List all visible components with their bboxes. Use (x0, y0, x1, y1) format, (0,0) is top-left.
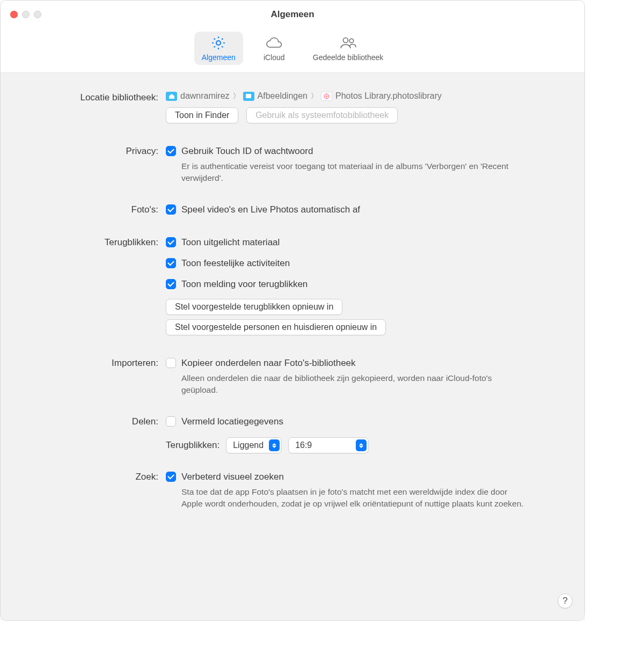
copy-to-library-label: Kopieer onderdelen naar Foto's-bibliothe… (181, 357, 356, 369)
chevron-right-icon: 〉 (233, 91, 240, 101)
import-subtext: Alleen onderdelen die naar de bibliothee… (181, 372, 525, 396)
tab-icloud[interactable]: iCloud (253, 32, 296, 65)
orientation-select[interactable]: Liggend (226, 437, 282, 453)
festive-checkbox[interactable] (166, 258, 176, 268)
tab-general[interactable]: Algemeen (194, 32, 243, 65)
library-location-row: Locatie bibliotheek: dawnramirez 〉 Afbee… (17, 91, 568, 128)
memories-format-label: Terugblikken: (166, 440, 219, 451)
search-row: Zoek: Verbeterd visueel zoeken Sta toe d… (17, 471, 568, 512)
toolbar: Algemeen iCloud Gedeelde bibliotheek (1, 28, 584, 73)
memories-notification-checkbox[interactable] (166, 279, 176, 289)
photos-library-icon (321, 92, 332, 101)
cloud-icon (265, 35, 284, 51)
search-subtext: Sta toe dat de app Foto's plaatsen in je… (181, 486, 525, 510)
content-area: Locatie bibliotheek: dawnramirez 〉 Afbee… (1, 73, 584, 620)
featured-content-label: Toon uitgelicht materiaal (181, 236, 280, 248)
aspect-ratio-value: 16:9 (295, 441, 356, 450)
gear-icon (210, 35, 226, 51)
svg-point-5 (325, 95, 327, 97)
chevron-right-icon: 〉 (311, 91, 318, 101)
enhanced-visual-search-checkbox[interactable] (166, 472, 176, 482)
reset-memories-button[interactable]: Stel voorgestelde terugblikken opnieuw i… (166, 299, 342, 315)
preferences-window: Algemeen Algemeen iCloud (0, 0, 585, 621)
import-row: Importeren: Kopieer onderdelen naar Foto… (17, 357, 568, 398)
use-as-system-library-button: Gebruik als systeemfotobibliotheek (246, 107, 398, 123)
photos-label: Foto's: (17, 203, 166, 215)
breadcrumb-segment[interactable]: Afbeeldingen (258, 91, 308, 101)
sharing-label: Delen: (17, 415, 166, 427)
include-location-checkbox[interactable] (166, 416, 176, 427)
tab-label: iCloud (264, 53, 285, 62)
show-in-finder-button[interactable]: Toon in Finder (166, 107, 238, 123)
search-label: Zoek: (17, 471, 166, 482)
privacy-row: Privacy: Gebruik Touch ID of wachtwoord … (17, 145, 568, 186)
privacy-touchid-checkbox[interactable] (166, 146, 176, 156)
people-icon (339, 35, 358, 51)
enhanced-visual-search-label: Verbeterd visueel zoeken (181, 471, 284, 483)
privacy-subtext: Er is authenticatie vereist voor toegang… (181, 160, 525, 184)
reset-people-pets-button[interactable]: Stel voorgestelde personen en huisdieren… (166, 319, 386, 335)
photos-row: Foto's: Speel video's en Live Photos aut… (17, 203, 568, 219)
pictures-folder-icon (243, 92, 254, 101)
stepper-icon (356, 439, 367, 451)
orientation-value: Liggend (233, 441, 269, 450)
import-label: Importeren: (17, 357, 166, 369)
svg-rect-3 (246, 94, 251, 98)
titlebar: Algemeen (1, 1, 584, 28)
copy-to-library-checkbox[interactable] (166, 358, 176, 368)
breadcrumb-segment[interactable]: dawnramirez (180, 91, 230, 101)
privacy-checkbox-label: Gebruik Touch ID of wachtwoord (181, 145, 313, 157)
svg-point-0 (216, 41, 221, 45)
aspect-ratio-select[interactable]: 16:9 (288, 437, 369, 453)
tab-label: Gedeelde bibliotheek (313, 53, 384, 62)
window-title: Algemeen (1, 9, 584, 20)
svg-point-2 (349, 39, 354, 43)
memories-row: Terugblikken: Toon uitgelicht materiaal … (17, 236, 568, 340)
library-path-breadcrumb: dawnramirez 〉 Afbeeldingen 〉 Photos Libr… (166, 91, 568, 101)
home-folder-icon (166, 92, 177, 101)
festive-label: Toon feestelijke activiteiten (181, 257, 290, 269)
breadcrumb-segment[interactable]: Photos Library.photoslibrary (335, 91, 442, 101)
autoplay-label: Speel video's en Live Photos automatisch… (181, 203, 360, 216)
stepper-icon (269, 439, 280, 451)
help-button[interactable]: ? (558, 593, 573, 608)
featured-content-checkbox[interactable] (166, 237, 176, 247)
include-location-label: Vermeld locatiegegevens (181, 415, 283, 428)
sharing-row: Delen: Vermeld locatiegegevens Terugblik… (17, 415, 568, 453)
tab-label: Algemeen (202, 53, 236, 62)
memories-label: Terugblikken: (17, 236, 166, 248)
tab-shared-library[interactable]: Gedeelde bibliotheek (305, 32, 391, 65)
library-location-label: Locatie bibliotheek: (17, 91, 166, 103)
autoplay-checkbox[interactable] (166, 204, 176, 215)
privacy-label: Privacy: (17, 145, 166, 157)
memories-notification-label: Toon melding voor terugblikken (181, 278, 308, 290)
svg-point-1 (343, 38, 348, 43)
